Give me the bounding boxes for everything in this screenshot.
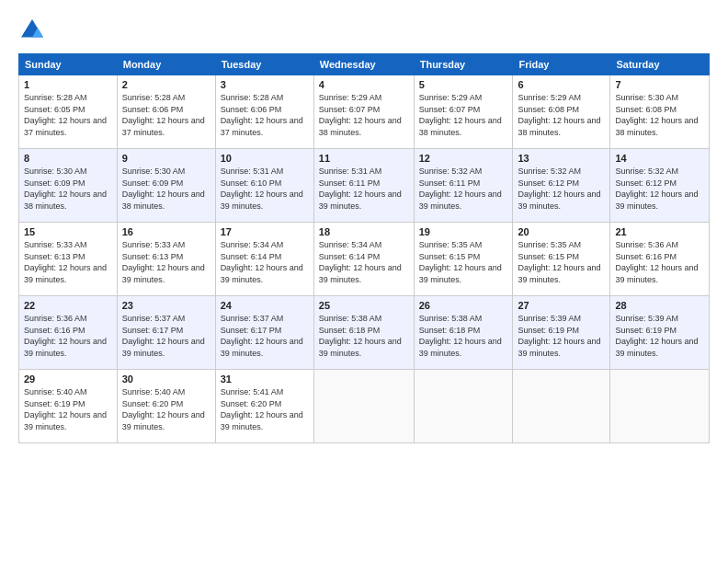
day-number: 30: [122, 373, 210, 385]
calendar-day-2: 2Sunrise: 5:28 AMSunset: 6:06 PMDaylight…: [117, 75, 215, 149]
day-number: 24: [221, 300, 309, 311]
calendar-day-4: 4Sunrise: 5:29 AMSunset: 6:07 PMDaylight…: [313, 75, 414, 149]
calendar-day-30: 30Sunrise: 5:40 AMSunset: 6:20 PMDayligh…: [117, 370, 215, 443]
day-info: Sunrise: 5:28 AMSunset: 6:06 PMDaylight:…: [221, 92, 309, 138]
day-info: Sunrise: 5:36 AMSunset: 6:16 PMDaylight:…: [615, 239, 704, 285]
day-number: 5: [419, 79, 508, 90]
page: SundayMondayTuesdayWednesdayThursdayFrid…: [0, 0, 728, 563]
calendar-day-10: 10Sunrise: 5:31 AMSunset: 6:10 PMDayligh…: [215, 149, 313, 223]
header-monday: Monday: [117, 54, 215, 75]
day-info: Sunrise: 5:30 AMSunset: 6:08 PMDaylight:…: [615, 92, 704, 138]
calendar-day-20: 20Sunrise: 5:35 AMSunset: 6:15 PMDayligh…: [513, 223, 610, 296]
calendar-day-16: 16Sunrise: 5:33 AMSunset: 6:13 PMDayligh…: [117, 223, 215, 296]
header-wednesday: Wednesday: [313, 54, 414, 75]
day-info: Sunrise: 5:37 AMSunset: 6:17 PMDaylight:…: [221, 313, 309, 359]
calendar-day-21: 21Sunrise: 5:36 AMSunset: 6:16 PMDayligh…: [610, 223, 710, 296]
calendar-day-23: 23Sunrise: 5:37 AMSunset: 6:17 PMDayligh…: [117, 296, 215, 370]
empty-cell: [513, 370, 610, 443]
day-number: 23: [122, 300, 210, 311]
day-info: Sunrise: 5:29 AMSunset: 6:07 PMDaylight:…: [319, 92, 409, 138]
calendar-week-3: 15Sunrise: 5:33 AMSunset: 6:13 PMDayligh…: [19, 223, 710, 296]
calendar-day-18: 18Sunrise: 5:34 AMSunset: 6:14 PMDayligh…: [313, 223, 414, 296]
day-info: Sunrise: 5:31 AMSunset: 6:11 PMDaylight:…: [319, 166, 409, 212]
day-number: 13: [518, 153, 605, 164]
day-number: 31: [221, 373, 309, 385]
calendar-day-31: 31Sunrise: 5:41 AMSunset: 6:20 PMDayligh…: [215, 370, 313, 443]
day-info: Sunrise: 5:32 AMSunset: 6:12 PMDaylight:…: [615, 166, 704, 212]
day-number: 21: [615, 226, 704, 237]
calendar-day-3: 3Sunrise: 5:28 AMSunset: 6:06 PMDaylight…: [215, 75, 313, 149]
day-info: Sunrise: 5:30 AMSunset: 6:09 PMDaylight:…: [122, 166, 210, 212]
day-number: 29: [24, 373, 112, 385]
day-info: Sunrise: 5:34 AMSunset: 6:14 PMDaylight:…: [319, 239, 409, 285]
day-number: 10: [221, 153, 309, 164]
day-number: 9: [122, 153, 210, 164]
calendar-week-1: 1Sunrise: 5:28 AMSunset: 6:05 PMDaylight…: [19, 75, 710, 149]
day-number: 1: [24, 79, 112, 90]
header-thursday: Thursday: [414, 54, 513, 75]
empty-cell: [313, 370, 414, 443]
day-info: Sunrise: 5:35 AMSunset: 6:15 PMDaylight:…: [419, 239, 508, 285]
day-number: 26: [419, 300, 508, 311]
day-info: Sunrise: 5:39 AMSunset: 6:19 PMDaylight:…: [518, 313, 605, 359]
day-number: 27: [518, 300, 605, 311]
day-number: 6: [518, 79, 605, 90]
day-number: 17: [221, 226, 309, 237]
calendar-day-24: 24Sunrise: 5:37 AMSunset: 6:17 PMDayligh…: [215, 296, 313, 370]
calendar-day-13: 13Sunrise: 5:32 AMSunset: 6:12 PMDayligh…: [513, 149, 610, 223]
empty-cell: [610, 370, 710, 443]
calendar-day-14: 14Sunrise: 5:32 AMSunset: 6:12 PMDayligh…: [610, 149, 710, 223]
calendar-day-11: 11Sunrise: 5:31 AMSunset: 6:11 PMDayligh…: [313, 149, 414, 223]
calendar-day-22: 22Sunrise: 5:36 AMSunset: 6:16 PMDayligh…: [19, 296, 118, 370]
day-number: 7: [615, 79, 704, 90]
day-number: 14: [615, 153, 704, 164]
header-friday: Friday: [513, 54, 610, 75]
header-sunday: Sunday: [19, 54, 118, 75]
day-number: 11: [319, 153, 409, 164]
day-info: Sunrise: 5:40 AMSunset: 6:20 PMDaylight:…: [122, 386, 210, 432]
day-info: Sunrise: 5:33 AMSunset: 6:13 PMDaylight:…: [122, 239, 210, 285]
calendar-day-7: 7Sunrise: 5:30 AMSunset: 6:08 PMDaylight…: [610, 75, 710, 149]
calendar-week-2: 8Sunrise: 5:30 AMSunset: 6:09 PMDaylight…: [19, 149, 710, 223]
day-number: 2: [122, 79, 210, 90]
calendar-day-29: 29Sunrise: 5:40 AMSunset: 6:19 PMDayligh…: [19, 370, 118, 443]
day-number: 3: [221, 79, 309, 90]
day-info: Sunrise: 5:37 AMSunset: 6:17 PMDaylight:…: [122, 313, 210, 359]
header-tuesday: Tuesday: [215, 54, 313, 75]
day-number: 25: [319, 300, 409, 311]
calendar-day-17: 17Sunrise: 5:34 AMSunset: 6:14 PMDayligh…: [215, 223, 313, 296]
day-number: 8: [24, 153, 112, 164]
day-info: Sunrise: 5:40 AMSunset: 6:19 PMDaylight:…: [24, 386, 112, 432]
calendar-day-25: 25Sunrise: 5:38 AMSunset: 6:18 PMDayligh…: [313, 296, 414, 370]
calendar-day-9: 9Sunrise: 5:30 AMSunset: 6:09 PMDaylight…: [117, 149, 215, 223]
day-info: Sunrise: 5:32 AMSunset: 6:12 PMDaylight:…: [518, 166, 605, 212]
day-number: 15: [24, 226, 112, 237]
logo-icon: [18, 17, 46, 44]
day-info: Sunrise: 5:29 AMSunset: 6:08 PMDaylight:…: [518, 92, 605, 138]
calendar-day-5: 5Sunrise: 5:29 AMSunset: 6:07 PMDaylight…: [414, 75, 513, 149]
calendar-table: SundayMondayTuesdayWednesdayThursdayFrid…: [18, 53, 710, 443]
day-number: 22: [24, 300, 112, 311]
calendar-day-15: 15Sunrise: 5:33 AMSunset: 6:13 PMDayligh…: [19, 223, 118, 296]
calendar-day-12: 12Sunrise: 5:32 AMSunset: 6:11 PMDayligh…: [414, 149, 513, 223]
day-info: Sunrise: 5:34 AMSunset: 6:14 PMDaylight:…: [221, 239, 309, 285]
day-info: Sunrise: 5:36 AMSunset: 6:16 PMDaylight:…: [24, 313, 112, 359]
calendar-day-27: 27Sunrise: 5:39 AMSunset: 6:19 PMDayligh…: [513, 296, 610, 370]
calendar-day-28: 28Sunrise: 5:39 AMSunset: 6:19 PMDayligh…: [610, 296, 710, 370]
day-info: Sunrise: 5:33 AMSunset: 6:13 PMDaylight:…: [24, 239, 112, 285]
empty-cell: [414, 370, 513, 443]
day-info: Sunrise: 5:28 AMSunset: 6:05 PMDaylight:…: [24, 92, 112, 138]
day-info: Sunrise: 5:28 AMSunset: 6:06 PMDaylight:…: [122, 92, 210, 138]
day-info: Sunrise: 5:29 AMSunset: 6:07 PMDaylight:…: [419, 92, 508, 138]
calendar-header-row: SundayMondayTuesdayWednesdayThursdayFrid…: [19, 54, 710, 75]
day-info: Sunrise: 5:32 AMSunset: 6:11 PMDaylight:…: [419, 166, 508, 212]
day-number: 28: [615, 300, 704, 311]
day-info: Sunrise: 5:31 AMSunset: 6:10 PMDaylight:…: [221, 166, 309, 212]
day-number: 12: [419, 153, 508, 164]
calendar-day-6: 6Sunrise: 5:29 AMSunset: 6:08 PMDaylight…: [513, 75, 610, 149]
header-saturday: Saturday: [610, 54, 710, 75]
day-info: Sunrise: 5:38 AMSunset: 6:18 PMDaylight:…: [319, 313, 409, 359]
calendar-day-1: 1Sunrise: 5:28 AMSunset: 6:05 PMDaylight…: [19, 75, 118, 149]
day-number: 18: [319, 226, 409, 237]
logo: [18, 17, 50, 44]
